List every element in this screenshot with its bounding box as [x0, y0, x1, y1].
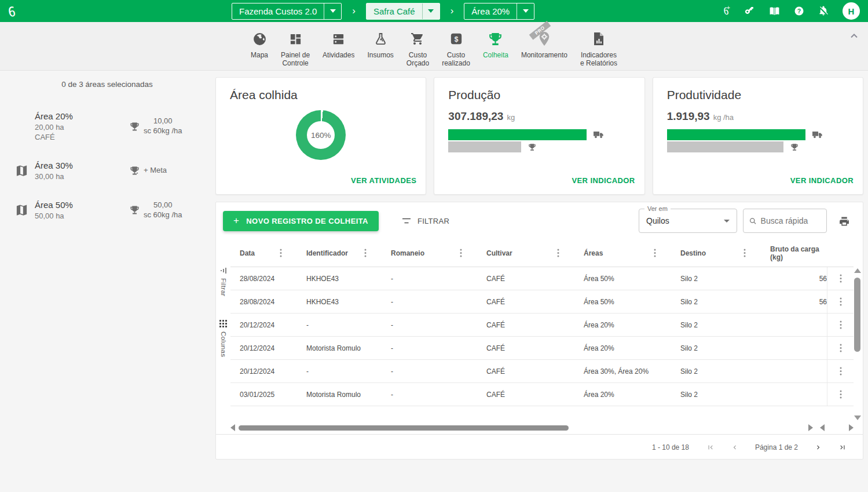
column-header-destino[interactable]: Destino — [671, 249, 761, 257]
unit-select[interactable]: Ver em Quilos — [639, 209, 737, 233]
area-selector[interactable]: Área 20% — [464, 3, 534, 20]
flask-icon — [374, 30, 387, 48]
trophy-icon — [130, 205, 140, 215]
ver-atividades-link[interactable]: VER ATIVIDADES — [351, 176, 416, 185]
table-row[interactable]: 28/08/2024HKHOE43-CAFÉÁrea 50%Silo 256 — [230, 267, 854, 290]
row-menu-icon[interactable] — [837, 295, 844, 308]
vertical-scrollbar[interactable] — [854, 268, 861, 420]
goal-value: 50,00 — [144, 201, 182, 210]
table-row[interactable]: 20/12/2024Motorista Romulo-CAFÉÁrea 20%S… — [230, 337, 854, 360]
v-scrollbar-thumb[interactable] — [854, 278, 860, 352]
ver-indicador-link[interactable]: VER INDICADOR — [790, 176, 854, 185]
areas-sidebar: 0 de 3 áreas selecionadas Área 20% 20,00… — [0, 71, 214, 220]
previous-page-icon[interactable] — [731, 443, 739, 451]
column-menu-icon[interactable] — [557, 249, 559, 257]
new-harvest-record-button[interactable]: + NOVO REGISTRO DE COLHEITA — [223, 211, 379, 231]
column-menu-icon[interactable] — [280, 249, 282, 257]
column-header-bruto[interactable]: Bruto da carga (kg) — [761, 245, 827, 261]
chevron-down-icon[interactable] — [517, 3, 534, 19]
key-icon[interactable] — [745, 6, 755, 16]
unit-select-value: Quilos — [646, 216, 669, 225]
area-selector-label: Área 20% — [464, 6, 517, 16]
first-page-icon[interactable] — [706, 443, 715, 451]
season-selector[interactable]: Safra Café — [366, 3, 440, 20]
scroll-down-icon[interactable] — [854, 416, 861, 420]
area-goal[interactable]: 50,00sc 60kg /ha — [130, 201, 204, 220]
rail-columns-button[interactable]: Colunas — [219, 320, 227, 357]
collapse-toolbar-icon[interactable] — [851, 30, 858, 41]
filter-button[interactable]: FILTRAR — [402, 217, 449, 225]
row-menu-icon[interactable] — [837, 272, 844, 285]
nav-item-atividades[interactable]: Atividades — [316, 22, 361, 70]
column-menu-icon[interactable] — [460, 249, 462, 257]
aegro-logo-icon[interactable]: ∂ — [8, 4, 16, 19]
area-goal-add[interactable]: + Meta — [130, 166, 204, 176]
table-row[interactable]: 20/12/2024--CAFÉÁrea 20%Silo 2 — [230, 314, 854, 337]
column-header-identificador[interactable]: Identificador — [297, 249, 382, 257]
scroll-left-icon[interactable] — [230, 424, 235, 431]
row-menu-icon[interactable] — [837, 388, 844, 401]
quick-search[interactable] — [743, 209, 827, 233]
nav-item-painel-de-controle[interactable]: Painel de Controle — [274, 22, 316, 70]
aegro-add-icon[interactable]: ∂+ — [718, 5, 731, 17]
goal-bar — [667, 141, 783, 152]
breadcrumb-separator: › — [352, 5, 356, 17]
area-list-item[interactable]: Área 50% 50,00 ha 50,00sc 60kg /ha — [0, 200, 214, 220]
scroll-left-icon[interactable] — [820, 424, 825, 431]
trophy-icon — [790, 143, 799, 151]
nav-item-mapa[interactable]: Mapa — [244, 22, 274, 70]
column-menu-icon[interactable] — [654, 249, 656, 257]
area-goal[interactable]: 10,00sc 60kg /ha — [130, 116, 204, 136]
svg-text:+: + — [727, 5, 730, 11]
last-page-icon[interactable] — [838, 443, 847, 451]
top-actions: ∂+ ? H — [718, 2, 860, 20]
help-icon[interactable]: ? — [794, 6, 804, 16]
table-row[interactable]: 20/12/2024--CAFÉÁrea 30%, Área 20%Silo 2 — [230, 360, 854, 383]
table-row[interactable]: 03/01/2025Motorista Romulo-CAFÉÁrea 20%S… — [230, 383, 854, 406]
harvest-table-panel: + NOVO REGISTRO DE COLHEITA FILTRAR Ver … — [215, 202, 863, 460]
pinned-column-scrollbar[interactable] — [820, 424, 854, 431]
nav-label: Insumos — [367, 51, 393, 59]
nav-item-custo-realizado[interactable]: $ Custo realizado — [435, 22, 477, 70]
scroll-right-icon[interactable] — [808, 424, 813, 431]
row-menu-icon[interactable] — [837, 341, 844, 355]
chevron-down-icon[interactable] — [324, 3, 341, 19]
h-scrollbar-thumb[interactable] — [239, 425, 569, 431]
next-page-icon[interactable] — [814, 443, 822, 451]
nav-label: Painel de Controle — [281, 51, 310, 68]
notifications-off-icon[interactable] — [818, 6, 829, 16]
print-icon[interactable] — [838, 216, 850, 227]
horizontal-scrollbar[interactable] — [230, 424, 854, 432]
nav-item-custo-orcado[interactable]: Custo Orçado — [400, 22, 435, 70]
nav-item-monitoramento[interactable]: PRO Monitoramento — [515, 22, 574, 70]
ver-indicador-link[interactable]: VER INDICADOR — [572, 176, 635, 185]
indicator-cards: Área colhida 160% VER ATIVIDADES Produçã… — [215, 77, 863, 195]
production-unit: kg — [507, 113, 515, 122]
area-list-item[interactable]: Área 20% 20,00 ha CAFÉ 10,00sc 60kg /ha — [0, 111, 214, 141]
column-header-romaneio[interactable]: Romaneio — [382, 249, 477, 257]
column-header-cultivar[interactable]: Cultivar — [477, 249, 574, 257]
pagination-range: 1 - 10 de 18 — [652, 443, 689, 451]
row-menu-icon[interactable] — [837, 318, 844, 331]
avatar[interactable]: H — [843, 2, 860, 20]
column-menu-icon[interactable] — [364, 249, 367, 257]
nav-item-indicadores-relatorios[interactable]: Indicadores e Relatórios — [574, 22, 624, 70]
area-list-item[interactable]: Área 30% 30,00 ha + Meta — [0, 161, 214, 181]
farm-selector[interactable]: Fazenda Custos 2.0 — [232, 3, 342, 20]
table-row[interactable]: 28/08/2024HKHOE43-CAFÉÁrea 50%Silo 256 — [230, 290, 854, 314]
search-input[interactable] — [761, 216, 821, 225]
chevron-down-icon[interactable] — [422, 3, 440, 19]
column-menu-icon[interactable] — [744, 249, 746, 257]
row-menu-icon[interactable] — [837, 365, 844, 378]
nav-label: Atividades — [323, 51, 354, 59]
scroll-up-icon[interactable] — [854, 268, 861, 273]
nav-item-insumos[interactable]: Insumos — [361, 22, 400, 70]
column-header-data[interactable]: Data — [230, 249, 297, 257]
scroll-right-icon[interactable] — [849, 424, 854, 431]
rail-filter-button[interactable]: Filtrar — [220, 267, 227, 297]
column-header-areas[interactable]: Áreas — [574, 249, 671, 257]
goal-unit: sc 60kg /ha — [144, 126, 182, 135]
filter-list-icon — [220, 267, 227, 274]
nav-item-colheita[interactable]: Colheita — [477, 22, 515, 70]
book-icon[interactable] — [769, 6, 780, 16]
